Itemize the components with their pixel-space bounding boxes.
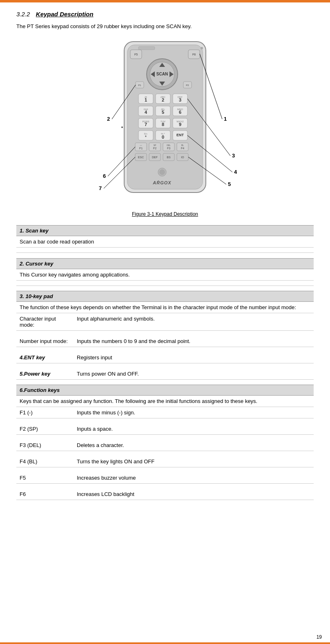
num-mode-value: Inputs the numbers 0 to 9 and the decima… xyxy=(74,336,314,347)
power-key-label: 5.Power key xyxy=(16,368,74,380)
figure-caption: Figure 3-1 Keypad Description xyxy=(132,211,198,217)
scan-key-desc: Scan a bar code read operation xyxy=(16,236,314,248)
svg-text:2: 2 xyxy=(162,97,164,102)
svg-point-3 xyxy=(201,47,203,49)
f4-label: F4 (BL) xyxy=(16,456,74,467)
page-number: 19 xyxy=(317,634,322,640)
f5-value: Increases buzzer volume xyxy=(74,472,314,484)
section-title: Keypad Description xyxy=(36,11,94,18)
svg-text:IO: IO xyxy=(181,156,184,159)
svg-text:6: 6 xyxy=(103,173,106,179)
figure-container: F5 F6 SCAN P1 xyxy=(16,38,314,217)
f5-label: F5 xyxy=(16,472,74,484)
svg-text:BL: BL xyxy=(181,144,184,146)
svg-text:F6: F6 xyxy=(192,53,196,56)
svg-text:SP: SP xyxy=(154,144,156,146)
svg-text:F5: F5 xyxy=(134,53,138,56)
table-row-ent: 4.ENT key Registers input xyxy=(16,352,314,363)
f2-value: Inputs a space. xyxy=(74,423,314,435)
svg-text:SCAN: SCAN xyxy=(156,72,168,76)
svg-text:1: 1 xyxy=(224,116,227,122)
svg-text:F1: F1 xyxy=(139,147,143,150)
table-row-f2: F2 (SP) Inputs a space. xyxy=(16,423,314,435)
table-row-f6: F6 Increases LCD backlight xyxy=(16,489,314,500)
table-row-cursor-desc: This Cursor key navigates among applicat… xyxy=(16,269,314,280)
svg-text:F2: F2 xyxy=(153,147,156,150)
num-mode-label: Number input mode: xyxy=(16,336,74,347)
cursor-key-header: 2. Cursor key xyxy=(16,258,314,269)
svg-text:4: 4 xyxy=(234,169,237,175)
description-table: 1. Scan key Scan a bar code read operati… xyxy=(16,225,314,505)
f2-label: F2 (SP) xyxy=(16,423,74,435)
table-row-function-desc: Keys that can be assigned any function. … xyxy=(16,396,314,407)
cursor-key-desc: This Cursor key navigates among applicat… xyxy=(16,269,314,280)
intro-text: The PT Series keypad consists of 29 rubb… xyxy=(16,23,314,29)
svg-text:4: 4 xyxy=(145,110,147,115)
f6-value: Increases LCD backlight xyxy=(74,489,314,500)
svg-point-75 xyxy=(159,169,165,175)
table-row-scan-desc: Scan a bar code read operation xyxy=(16,236,314,248)
table-row-header-tenkey: 3. 10-key pad xyxy=(16,291,314,302)
ent-key-label: 4.ENT key xyxy=(16,352,74,363)
char-mode-value: Input alphanumeric and symbols. xyxy=(74,313,314,331)
power-key-desc: Turns power ON and OFF. xyxy=(74,368,314,380)
table-row-header-scan: 1. Scan key xyxy=(16,226,314,236)
svg-text:5: 5 xyxy=(228,181,231,187)
function-keys-desc: Keys that can be assigned any function. … xyxy=(16,396,314,407)
svg-text:7: 7 xyxy=(145,122,147,127)
table-row-f4: F4 (BL) Turns the key lights ON and OFF xyxy=(16,456,314,467)
svg-text:0: 0 xyxy=(162,135,164,139)
f3-value: Deletes a character. xyxy=(74,440,314,451)
ent-key-desc: Registers input xyxy=(74,352,314,363)
table-row-tenkey-desc: The function of these keys depends on wh… xyxy=(16,302,314,313)
char-mode-label: Character input mode: xyxy=(16,313,74,331)
svg-text:ARGOX: ARGOX xyxy=(152,180,171,185)
table-row-power: 5.Power key Turns power ON and OFF. xyxy=(16,368,314,380)
svg-text:*: * xyxy=(145,135,147,139)
svg-text:8: 8 xyxy=(162,122,164,127)
function-keys-header: 6.Function keys xyxy=(16,385,314,396)
section-number: 3.2.2 xyxy=(16,11,30,18)
table-row-num-mode: Number input mode: Inputs the numbers 0 … xyxy=(16,336,314,347)
table-row-header-cursor: 2. Cursor key xyxy=(16,258,314,269)
svg-text:P1: P1 xyxy=(138,84,141,86)
keypad-diagram: F5 F6 SCAN P1 xyxy=(75,38,255,209)
f4-value: Turns the key lights ON and OFF xyxy=(74,456,314,467)
svg-text:6: 6 xyxy=(179,110,181,115)
svg-text:P2: P2 xyxy=(186,84,189,86)
top-border xyxy=(0,0,330,2)
svg-text:ENT: ENT xyxy=(176,133,184,137)
svg-text:7: 7 xyxy=(99,185,102,191)
table-row-f5: F5 Increases buzzer volume xyxy=(16,472,314,484)
svg-text:3: 3 xyxy=(179,97,181,102)
svg-text:BS: BS xyxy=(167,156,171,159)
svg-text:3: 3 xyxy=(232,153,235,159)
scan-key-header: 1. Scan key xyxy=(16,226,314,236)
svg-text:DEF: DEF xyxy=(152,156,158,159)
svg-point-92 xyxy=(121,126,123,128)
bottom-border xyxy=(0,642,330,644)
f1-label: F1 (-) xyxy=(16,407,74,418)
svg-text:9: 9 xyxy=(179,122,181,127)
svg-text:DEL: DEL xyxy=(167,144,171,146)
svg-text:ESC: ESC xyxy=(138,156,144,159)
table-row-char-mode: Character input mode: Input alphanumeric… xyxy=(16,313,314,331)
f6-label: F6 xyxy=(16,489,74,500)
svg-text:2: 2 xyxy=(107,116,110,122)
svg-text:F4: F4 xyxy=(181,147,184,150)
table-row-f1: F1 (-) Inputs the minus (-) sign. xyxy=(16,407,314,418)
svg-text:—: — xyxy=(140,144,142,146)
svg-text:5: 5 xyxy=(162,110,164,115)
table-row-f3: F3 (DEL) Deletes a character. xyxy=(16,440,314,451)
svg-rect-2 xyxy=(138,46,155,50)
svg-text:1: 1 xyxy=(145,97,147,102)
tenkey-header: 3. 10-key pad xyxy=(16,291,314,302)
table-row-header-function: 6.Function keys xyxy=(16,385,314,396)
f3-label: F3 (DEL) xyxy=(16,440,74,451)
svg-text:F3: F3 xyxy=(167,147,170,150)
f1-value: Inputs the minus (-) sign. xyxy=(74,407,314,418)
tenkey-desc: The function of these keys depends on wh… xyxy=(16,302,314,313)
